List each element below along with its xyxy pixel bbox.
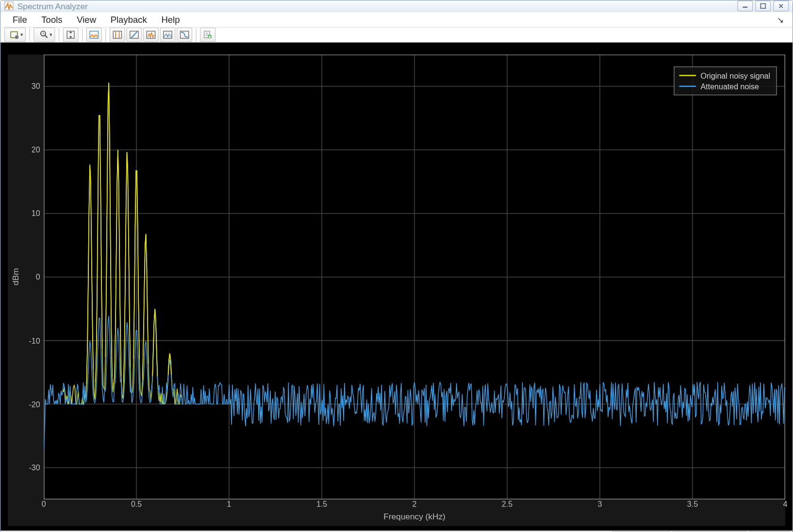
window-title: Spectrum Analyzer	[17, 1, 737, 11]
y-axis-label: dBm	[8, 54, 22, 499]
menubar: File Tools View Playback Help ↘	[0, 12, 793, 28]
svg-rect-2	[760, 3, 765, 8]
undock-icon[interactable]: ↘	[777, 15, 788, 24]
plot-panel: dBm -30-20-100102030 Original noisy sign…	[8, 54, 785, 526]
autoscale-button[interactable]	[63, 28, 79, 42]
x-axis-label: Frequency (kHz)	[44, 512, 785, 521]
peak-finder-button[interactable]	[143, 28, 159, 42]
menu-help[interactable]: Help	[154, 12, 187, 27]
x-axis-ticks: 00.511.522.533.54	[44, 499, 785, 512]
legend-item-original[interactable]: Original noisy signal	[679, 70, 770, 81]
menu-view[interactable]: View	[69, 12, 103, 27]
app-icon	[4, 1, 14, 11]
svg-text:+: +	[42, 31, 44, 36]
minimize-button[interactable]	[737, 0, 753, 11]
maximize-button[interactable]	[755, 0, 771, 11]
menu-tools[interactable]: Tools	[34, 12, 70, 27]
y-axis-ticks: -30-20-100102030	[22, 54, 44, 499]
legend-item-attenuated[interactable]: Attenuated noise	[679, 81, 770, 92]
menu-playback[interactable]: Playback	[103, 12, 154, 27]
close-button[interactable]	[773, 0, 789, 11]
export-button[interactable]	[200, 28, 215, 42]
cursor-measure-button[interactable]	[110, 28, 125, 42]
app-window: Spectrum Analyzer File Tools View Playba…	[0, 0, 793, 532]
ruler-button[interactable]	[126, 28, 142, 42]
legend-label-attenuated: Attenuated noise	[701, 82, 759, 91]
menu-file[interactable]: File	[5, 12, 34, 27]
svg-rect-1	[743, 7, 747, 8]
svg-rect-10	[113, 31, 121, 38]
legend-swatch-attenuated	[679, 85, 696, 86]
titlebar: Spectrum Analyzer	[0, 0, 793, 12]
plot-area: dBm -30-20-100102030 Original noisy sign…	[0, 43, 793, 531]
plot-canvas[interactable]: Original noisy signal Attenuated noise	[44, 54, 785, 499]
svg-point-4	[15, 35, 18, 39]
legend[interactable]: Original noisy signal Attenuated noise	[674, 66, 777, 95]
window-controls	[737, 0, 789, 11]
svg-rect-13	[164, 31, 172, 38]
ccdf-button[interactable]	[177, 28, 192, 42]
channel-measure-button[interactable]	[160, 28, 176, 42]
settings-button[interactable]	[4, 28, 26, 42]
svg-line-6	[45, 35, 48, 38]
spectrum-type-button[interactable]	[86, 28, 102, 42]
legend-swatch-original	[679, 75, 696, 76]
toolbar: +	[0, 28, 793, 43]
zoom-button[interactable]: +	[33, 28, 55, 42]
legend-label-original: Original noisy signal	[701, 71, 771, 80]
